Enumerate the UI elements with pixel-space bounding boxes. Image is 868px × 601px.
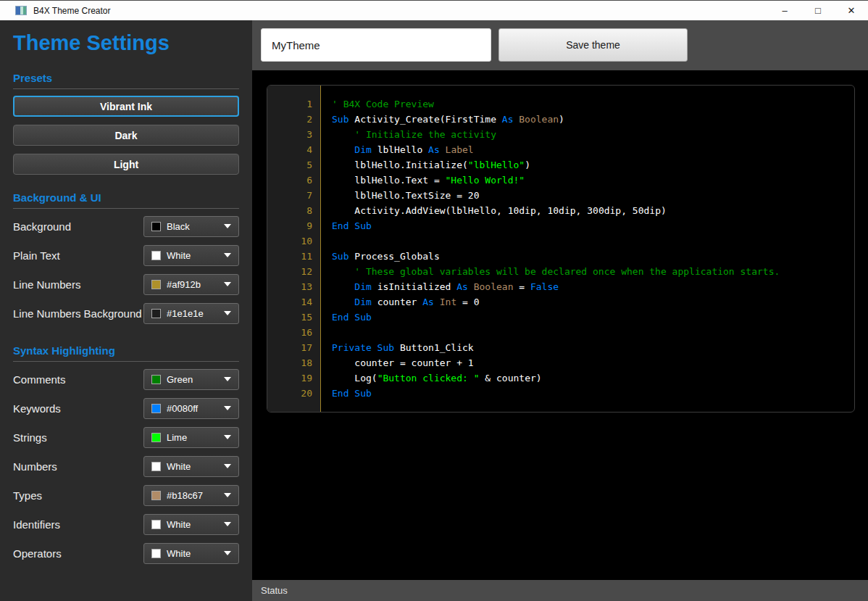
code-text: Dim isInitialized As Boolean = False: [312, 279, 559, 294]
color-swatch: [151, 549, 161, 558]
comments-dropdown[interactable]: Green: [143, 369, 239, 390]
code-text: Sub Activity_Create(FirstTime As Boolean…: [312, 112, 564, 127]
preset-button-dark[interactable]: Dark: [13, 125, 239, 146]
setting-row-plain-text: Plain TextWhite: [13, 241, 239, 270]
dropdown-value: Black: [167, 221, 190, 232]
code-text: End Sub: [312, 386, 372, 401]
color-swatch: [151, 491, 161, 500]
operators-dropdown[interactable]: White: [143, 543, 239, 564]
status-bar: Status: [252, 580, 868, 601]
setting-row-keywords: Keywords#0080ff: [13, 394, 239, 423]
setting-label: Line Numbers Background: [13, 307, 142, 320]
code-line: 15End Sub: [267, 310, 854, 325]
chevron-down-icon: [224, 377, 231, 381]
code-text: lblHello.Initialize("lblHello"): [312, 157, 530, 173]
line-number: 1: [267, 96, 312, 112]
dropdown-value: #1e1e1e: [167, 308, 204, 319]
line-number: 12: [267, 264, 312, 279]
minimize-button[interactable]: –: [768, 1, 801, 20]
background-ui-rows: BackgroundBlackPlain TextWhiteLine Numbe…: [13, 212, 239, 328]
plain-text-dropdown[interactable]: White: [143, 245, 239, 266]
theme-name-input[interactable]: [261, 28, 491, 62]
code-text: [312, 233, 332, 249]
background-dropdown[interactable]: Black: [143, 216, 239, 237]
dropdown-value: White: [167, 461, 191, 472]
code-line: 1' B4X Code Preview: [267, 96, 854, 112]
color-swatch: [151, 251, 161, 260]
code-line: 4 Dim lblHello As Label: [267, 142, 854, 157]
code-text: [312, 325, 332, 340]
save-theme-button[interactable]: Save theme: [498, 28, 688, 62]
line-number: 6: [267, 173, 312, 188]
numbers-dropdown[interactable]: White: [143, 456, 239, 477]
line-number: 4: [267, 142, 312, 157]
setting-row-comments: CommentsGreen: [13, 365, 239, 394]
setting-row-line-numbers: Line Numbers#af912b: [13, 270, 239, 299]
code-line: 6 lblHello.Text = "Hello World!": [267, 173, 854, 188]
code-line: 18 counter = counter + 1: [267, 355, 854, 370]
chevron-down-icon: [224, 311, 231, 315]
preset-button-light[interactable]: Light: [13, 154, 239, 175]
color-swatch: [151, 309, 161, 318]
setting-row-strings: StringsLime: [13, 423, 239, 452]
line-number: 15: [267, 310, 312, 325]
setting-row-background: BackgroundBlack: [13, 212, 239, 241]
code-text: Dim lblHello As Label: [312, 142, 474, 157]
line-number: 10: [267, 233, 312, 249]
window-title: B4X Theme Creator: [33, 6, 111, 16]
code-text: Dim counter As Int = 0: [312, 294, 480, 310]
code-line: 12 ' These global variables will be decl…: [267, 264, 854, 279]
preset-button-group: Vibrant InkDarkLight: [13, 96, 239, 175]
line-numbers-background-dropdown[interactable]: #1e1e1e: [143, 303, 239, 324]
section-header-syntax-highlighting: Syntax Highlighting: [13, 344, 239, 362]
code-line: 2Sub Activity_Create(FirstTime As Boolea…: [267, 112, 854, 127]
line-number: 11: [267, 249, 312, 264]
code-line: 8 Activity.AddView(lblHello, 10dip, 10di…: [267, 203, 854, 218]
code-line: 11Sub Process_Globals: [267, 249, 854, 264]
code-text: End Sub: [312, 218, 372, 233]
dropdown-value: Green: [167, 374, 193, 385]
setting-row-types: Types#b18c67: [13, 481, 239, 510]
preset-button-vibrant-ink[interactable]: Vibrant Ink: [13, 96, 239, 117]
dropdown-value: #b18c67: [167, 490, 203, 501]
line-number: 13: [267, 279, 312, 294]
color-swatch: [151, 462, 161, 471]
chevron-down-icon: [224, 522, 231, 526]
setting-row-identifiers: IdentifiersWhite: [13, 510, 239, 539]
section-header-presets: Presets: [13, 72, 239, 89]
setting-label: Numbers: [13, 460, 57, 473]
code-text: Private Sub Button1_Click: [312, 340, 474, 355]
color-swatch: [151, 375, 161, 384]
dropdown-value: White: [167, 519, 191, 530]
line-numbers-dropdown[interactable]: #af912b: [143, 274, 239, 295]
sidebar: Theme Settings Presets Vibrant InkDarkLi…: [0, 20, 252, 601]
color-swatch: [151, 404, 161, 413]
strings-dropdown[interactable]: Lime: [143, 427, 239, 448]
syntax-highlighting-rows: CommentsGreenKeywords#0080ffStringsLimeN…: [13, 365, 239, 568]
color-swatch: [151, 280, 161, 289]
keywords-dropdown[interactable]: #0080ff: [143, 398, 239, 419]
titlebar: B4X Theme Creator – □ ✕: [0, 0, 868, 20]
line-number: 2: [267, 112, 312, 127]
close-button[interactable]: ✕: [835, 1, 868, 20]
types-dropdown[interactable]: #b18c67: [143, 485, 239, 506]
setting-label: Background: [13, 220, 71, 233]
chevron-down-icon: [224, 253, 231, 257]
color-swatch: [151, 222, 161, 231]
setting-label: Strings: [13, 431, 47, 444]
code-preview-panel: 1' B4X Code Preview2Sub Activity_Create(…: [267, 85, 855, 413]
setting-row-line-numbers-background: Line Numbers Background#1e1e1e: [13, 299, 239, 328]
code-text: lblHello.TextSize = 20: [312, 188, 480, 203]
line-number: 14: [267, 294, 312, 310]
maximize-button[interactable]: □: [801, 1, 835, 20]
topbar: Save theme: [252, 20, 868, 70]
chevron-down-icon: [224, 551, 231, 555]
dropdown-value: Lime: [167, 432, 187, 443]
setting-label: Keywords: [13, 402, 61, 415]
setting-label: Types: [13, 489, 42, 502]
code-text: ' B4X Code Preview: [312, 96, 434, 112]
chevron-down-icon: [224, 493, 231, 497]
line-number: 5: [267, 157, 312, 173]
line-number: 3: [267, 127, 312, 142]
identifiers-dropdown[interactable]: White: [143, 514, 239, 535]
